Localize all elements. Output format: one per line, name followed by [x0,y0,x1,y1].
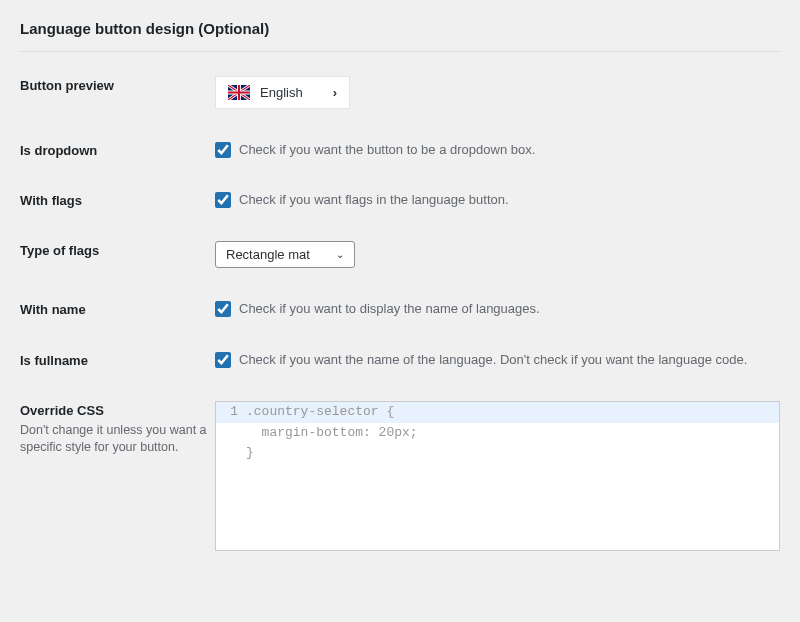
checkbox-with-name[interactable] [215,301,231,317]
flag-uk-icon [228,85,250,100]
chevron-right-icon: › [333,85,337,100]
code-line-1: .country-selector { [246,402,394,423]
row-is-fullname: Is fullname Check if you want the name o… [20,351,780,369]
label-is-fullname: Is fullname [20,351,215,368]
code-line-3: } [246,443,254,464]
row-with-flags: With flags Check if you want flags in th… [20,191,780,209]
code-gutter [216,443,246,464]
checkbox-with-flags[interactable] [215,192,231,208]
chevron-down-icon: ⌄ [336,249,344,260]
label-with-name: With name [20,300,215,317]
label-override-css: Override CSS Don't change it unless you … [20,401,215,457]
section-title: Language button design (Optional) [20,20,780,52]
preview-language-name: English [260,85,323,100]
desc-is-fullname: Check if you want the name of the langua… [239,351,747,369]
label-type-flags: Type of flags [20,241,215,258]
label-is-dropdown: Is dropdown [20,141,215,158]
sublabel-override-css: Don't change it unless you want a specif… [20,422,215,457]
desc-with-name: Check if you want to display the name of… [239,300,540,318]
select-type-flags[interactable]: Rectangle mat ⌄ [215,241,355,268]
button-preview[interactable]: English › [215,76,350,109]
code-line-2: margin-bottom: 20px; [246,423,418,444]
checkbox-is-dropdown[interactable] [215,142,231,158]
row-button-preview: Button preview English › [20,76,780,109]
code-gutter: 1 [216,402,246,423]
label-with-flags: With flags [20,191,215,208]
desc-is-dropdown: Check if you want the button to be a dro… [239,141,535,159]
label-button-preview: Button preview [20,76,215,93]
row-type-flags: Type of flags Rectangle mat ⌄ [20,241,780,268]
select-value: Rectangle mat [226,247,326,262]
row-with-name: With name Check if you want to display t… [20,300,780,318]
desc-with-flags: Check if you want flags in the language … [239,191,509,209]
row-override-css: Override CSS Don't change it unless you … [20,401,780,551]
code-editor-override-css[interactable]: 1 .country-selector { margin-bottom: 20p… [215,401,780,551]
row-is-dropdown: Is dropdown Check if you want the button… [20,141,780,159]
code-gutter [216,423,246,444]
checkbox-is-fullname[interactable] [215,352,231,368]
